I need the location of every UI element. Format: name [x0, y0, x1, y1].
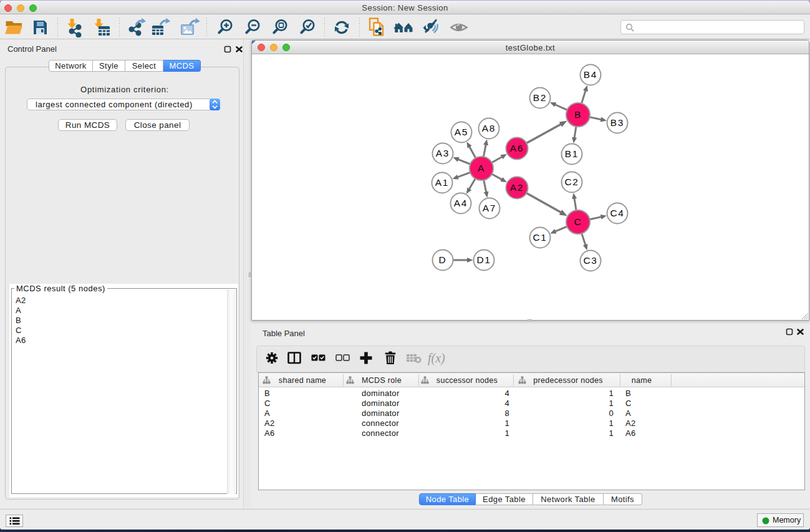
svg-text:B3: B3 — [610, 117, 624, 128]
svg-text:A8: A8 — [482, 123, 496, 133]
svg-text:A7: A7 — [483, 203, 496, 213]
svg-text:C1: C1 — [533, 232, 547, 243]
svg-text:A6: A6 — [510, 143, 524, 153]
svg-text:C2: C2 — [564, 177, 579, 187]
svg-text:C: C — [574, 216, 582, 227]
svg-text:C3: C3 — [583, 255, 597, 266]
svg-text:A: A — [478, 163, 485, 173]
svg-text:A4: A4 — [454, 198, 468, 208]
svg-text:A1: A1 — [435, 177, 449, 188]
svg-text:B4: B4 — [584, 69, 597, 80]
svg-text:B: B — [574, 109, 582, 120]
svg-text:A3: A3 — [436, 148, 450, 158]
svg-text:B2: B2 — [533, 92, 547, 103]
svg-text:D1: D1 — [476, 254, 491, 265]
svg-text:B1: B1 — [565, 148, 579, 159]
svg-text:D: D — [439, 254, 447, 265]
svg-text:A5: A5 — [455, 127, 468, 137]
svg-text:C4: C4 — [610, 208, 624, 218]
svg-text:A2: A2 — [510, 182, 524, 193]
